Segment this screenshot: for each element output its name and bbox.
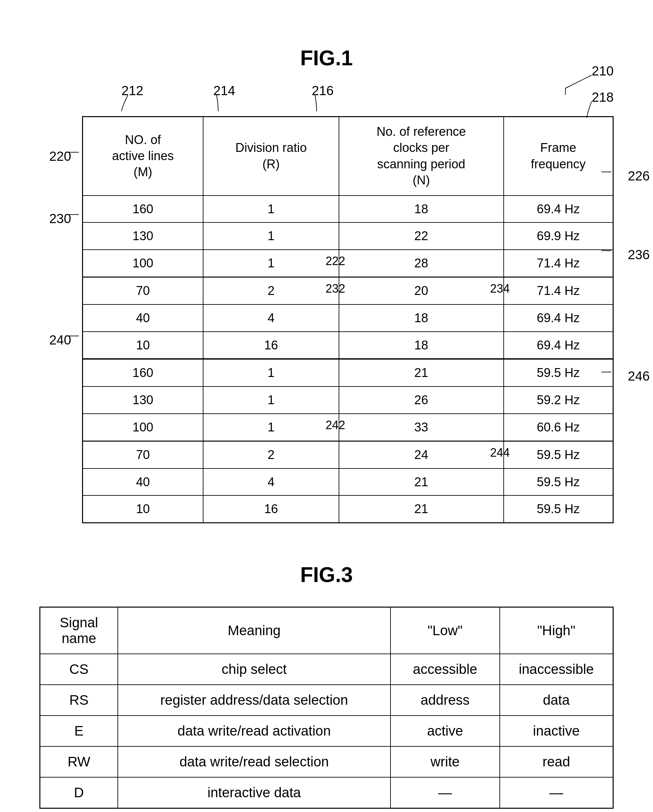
table-row: 40 4 21 59.5 Hz: [83, 469, 613, 496]
table-row: 130 1 22 69.9 Hz: [83, 223, 613, 250]
low-cs: accessible: [391, 654, 499, 685]
fig3-section: FIG.3 Signal name Meaning "Low" "High" C…: [40, 563, 613, 809]
table-row: 40 4 18 69.4 Hz: [83, 304, 613, 332]
fig3-title: FIG.3: [40, 563, 613, 587]
ref-234: 234: [490, 279, 510, 298]
low-rw: write: [391, 746, 499, 777]
signal-rs: RS: [40, 685, 118, 716]
table-row: 130 1 26 59.2 Hz: [83, 386, 613, 414]
ref-246: 246: [628, 369, 650, 383]
signal-cs: CS: [40, 654, 118, 685]
table-row: 10 16 18 69.4 Hz: [83, 332, 613, 359]
table-row: 100 1 242 33 60.6 Hz: [83, 414, 613, 441]
meaning-rw: data write/read selection: [118, 746, 391, 777]
col-header-meaning: Meaning: [118, 607, 391, 654]
ref-218: 218: [592, 90, 613, 105]
table-row: 100 1 222 28 71.4 Hz: [83, 250, 613, 277]
table-row: 160 1 21 59.5 Hz: [83, 359, 613, 386]
high-cs: inaccessible: [500, 654, 613, 685]
high-d: —: [500, 777, 613, 808]
table-row: D interactive data — —: [40, 777, 613, 808]
col-header-ref-clocks: No. of referenceclocks perscanning perio…: [339, 117, 504, 195]
ref-220: 220: [49, 149, 71, 164]
ref-230: 230: [49, 211, 71, 226]
table-row: E data write/read activation active inac…: [40, 716, 613, 746]
meaning-rs: register address/data selection: [118, 685, 391, 716]
ref-212: 212: [121, 83, 143, 98]
ref-236: 236: [628, 247, 650, 262]
high-e: inactive: [500, 716, 613, 746]
table-row: RW data write/read selection write read: [40, 746, 613, 777]
low-rs: address: [391, 685, 499, 716]
meaning-e: data write/read activation: [118, 716, 391, 746]
fig1-table: NO. ofactive lines(M) Division ratio(R) …: [82, 116, 613, 523]
col-header-active-lines: NO. ofactive lines(M): [83, 117, 203, 195]
ref-214: 214: [213, 83, 235, 98]
ref-244: 244: [490, 443, 510, 462]
col-header-frame-freq: Framefrequency: [504, 117, 613, 195]
fig1-title: FIG.1: [40, 46, 613, 70]
low-d: —: [391, 777, 499, 808]
meaning-d: interactive data: [118, 777, 391, 808]
table-row: CS chip select accessible inaccessible: [40, 654, 613, 685]
ref-240: 240: [49, 333, 71, 348]
ref-222: 222: [325, 252, 345, 271]
ref-210: 210: [592, 64, 613, 78]
meaning-cs: chip select: [118, 654, 391, 685]
signal-rw: RW: [40, 746, 118, 777]
table-row: RS register address/data selection addre…: [40, 685, 613, 716]
fig3-table: Signal name Meaning "Low" "High" CS chip…: [40, 607, 613, 809]
col-header-high: "High": [500, 607, 613, 654]
ref-216: 216: [312, 83, 334, 98]
table-row: 70 2 232 20 234 71.4 Hz: [83, 277, 613, 304]
ref-226: 226: [628, 169, 650, 183]
fig1-section: FIG.1 212 214 216: [40, 13, 613, 523]
ref-242: 242: [325, 416, 345, 435]
table-row: 70 2 24 244 59.5 Hz: [83, 441, 613, 468]
signal-d: D: [40, 777, 118, 808]
col-header-low: "Low": [391, 607, 499, 654]
table-row: 160 1 18 69.4 Hz: [83, 195, 613, 223]
col-header-signal: Signal name: [40, 607, 118, 654]
high-rw: read: [500, 746, 613, 777]
col-header-division-ratio: Division ratio(R): [203, 117, 339, 195]
table-row: 10 16 21 59.5 Hz: [83, 495, 613, 523]
high-rs: data: [500, 685, 613, 716]
signal-e: E: [40, 716, 118, 746]
low-e: active: [391, 716, 499, 746]
